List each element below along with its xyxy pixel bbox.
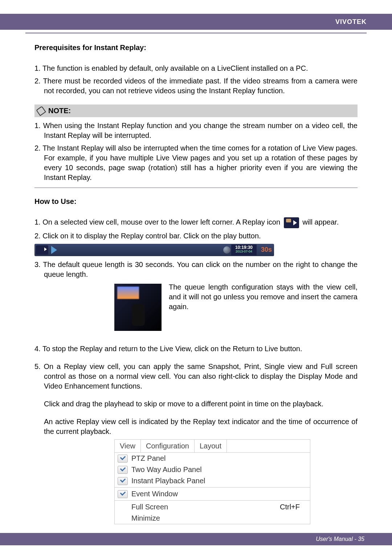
tab-view[interactable]: View [115, 440, 140, 452]
replay-control-bar: 10:19:30 2013-07-04 30s [34, 244, 274, 256]
howto-title: How to Use: [34, 197, 358, 206]
tab-configuration[interactable]: Configuration [141, 440, 194, 452]
prereq-item-1: 1. The function is enabled by default, o… [34, 63, 358, 73]
play-button[interactable] [51, 246, 57, 254]
howto-5: 5. On a Replay view cell, you can apply … [34, 362, 358, 391]
menu-tabs: View Configuration Layout [115, 440, 310, 453]
note-bar: NOTE: [34, 104, 358, 117]
howto-1: 1. On a selected view cell, mouse over t… [34, 217, 358, 228]
queue-length-button[interactable]: 30s [261, 246, 272, 254]
howto-4: 4. To stop the Replay and return to the … [34, 344, 358, 354]
tab-layout[interactable]: Layout [195, 440, 226, 452]
section-divider [34, 188, 358, 188]
prereq-item-2: 2. There must be recorded videos of the … [34, 76, 358, 96]
note-label: NOTE: [48, 107, 71, 115]
playhead-knob[interactable] [223, 246, 230, 254]
howto-1-post: will appear. [302, 218, 339, 226]
menu-item-two-way-audio[interactable]: Two Way Audio Panel [115, 464, 310, 475]
menu-divider [115, 500, 310, 501]
menu-item-ptz-panel[interactable]: PTZ Panel [115, 453, 310, 464]
howto-2: 2. Click on it to display the Replay con… [34, 231, 358, 241]
menu-item-event-window[interactable]: Event Window [115, 488, 310, 500]
check-icon [118, 490, 128, 498]
howto-1-pre: 1. On a selected view cell, mouse over t… [34, 218, 282, 226]
check-icon [118, 455, 128, 463]
return-to-live-button[interactable] [36, 245, 48, 255]
note-item-2: 2. The Instant Replay will also be inter… [34, 143, 358, 182]
time-indicator: 10:19:30 2013-07-04 [231, 245, 257, 255]
menu-label: Two Way Audio Panel [131, 465, 307, 474]
playhead-desc: Click and drag the playhead to skip or m… [34, 399, 358, 409]
view-menu-screenshot: View Configuration Layout PTZ Panel Two … [114, 439, 310, 524]
header-rule [25, 33, 367, 33]
howto-3: 3. The default queue length is 30 second… [34, 260, 358, 279]
check-icon [118, 466, 128, 474]
brand-label: VIVOTEK [335, 18, 367, 26]
menu-item-minimize[interactable]: Minimize [115, 513, 310, 524]
replay-icon [284, 217, 299, 228]
menu-label: PTZ Panel [131, 454, 307, 463]
pencil-icon [36, 106, 46, 116]
note-item-1: 1. When using the Instant Replay functio… [34, 121, 358, 140]
menu-label: Minimize [131, 514, 307, 522]
menu-label: Instant Playback Panel [131, 477, 307, 485]
menu-label: Event Window [131, 490, 307, 498]
prereq-title: Prerequisites for Instant Replay: [34, 44, 358, 52]
check-icon [118, 477, 128, 485]
page-footer: User's Manual - 35 [314, 535, 367, 543]
thumbnail-image [114, 284, 162, 331]
date-value: 2013-07-04 [231, 250, 257, 254]
menu-item-instant-playback[interactable]: Instant Playback Panel [115, 475, 310, 487]
menu-accel: Ctrl+F [280, 503, 300, 511]
menu-divider [115, 487, 310, 488]
content: Prerequisites for Instant Replay: 1. The… [34, 44, 358, 524]
active-replay-desc: An active Replay view cell is indicated … [34, 417, 358, 436]
queue-desc: The queue length configuration stays wit… [169, 282, 358, 312]
header-bar [0, 14, 392, 30]
menu-label: Full Screen [131, 503, 280, 511]
menu-item-full-screen[interactable]: Full Screen Ctrl+F [115, 501, 310, 513]
